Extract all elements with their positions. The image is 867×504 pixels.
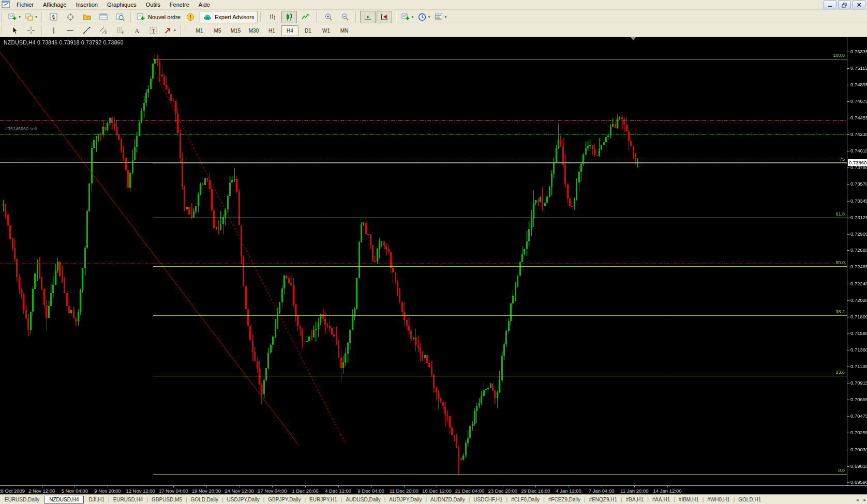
- market-watch-button[interactable]: [46, 11, 62, 23]
- fib-level-label: 61.8: [835, 211, 845, 217]
- price-tick: [847, 85, 849, 85]
- alert-button[interactable]: [183, 11, 199, 23]
- chart-tab-eurjpy-h1[interactable]: EURJPY,H1: [306, 496, 341, 503]
- timeframe-d1[interactable]: D1: [300, 25, 317, 36]
- timeframe-h4[interactable]: H4: [281, 25, 298, 36]
- indicators-button[interactable]: ▾: [399, 11, 415, 23]
- chartshift-icon: [380, 13, 389, 21]
- expert-advisors-button[interactable]: Expert Advisors: [200, 11, 258, 23]
- menu-item-aide[interactable]: Aide: [194, 1, 215, 8]
- periods-button[interactable]: ▾: [416, 11, 431, 23]
- chart-tab--ba-h1[interactable]: #BA,H1: [622, 496, 647, 503]
- zoom-in-button[interactable]: [321, 11, 336, 23]
- menu-item-fenetre[interactable]: Fenetre: [165, 1, 194, 8]
- timeframe-m5[interactable]: M5: [209, 25, 226, 36]
- crosshair-button[interactable]: [23, 25, 39, 36]
- toolbar-separator: [316, 12, 318, 22]
- chart-tab-usdchf-h1[interactable]: USDCHF,H1: [470, 496, 506, 503]
- chart-tab-dji-h1[interactable]: DJI,H1: [85, 496, 108, 503]
- restore-button[interactable]: [838, 1, 851, 9]
- arrows-button[interactable]: ▾: [162, 25, 177, 36]
- terminal-button[interactable]: [96, 11, 111, 23]
- timeframe-m30[interactable]: M30: [245, 25, 262, 36]
- templates-button[interactable]: ▾: [432, 11, 448, 23]
- chart-tab-usdjpy-daily[interactable]: USDJPY,Daily: [223, 496, 263, 503]
- chart-tab-nzdusd-h4[interactable]: NZDUSD,H4: [44, 496, 84, 503]
- trendline-button[interactable]: [79, 25, 95, 36]
- candlestick-mode-button[interactable]: [281, 11, 297, 23]
- price-axis-label: 0.69590: [850, 479, 867, 485]
- chart-shift-button[interactable]: [377, 11, 392, 23]
- bar-chart-mode-button[interactable]: [265, 11, 280, 23]
- chart-tab--fcez9-daily[interactable]: #FCEZ9,Daily: [545, 496, 584, 503]
- strategy-tester-button[interactable]: [112, 11, 128, 23]
- price-tick: [847, 383, 849, 384]
- chart-tab-audnzd-daily[interactable]: AUDNZD,Daily: [427, 496, 469, 503]
- navigator-button[interactable]: [79, 11, 95, 23]
- timeframe-m15[interactable]: M15: [227, 25, 244, 36]
- chart-tab--enqz9-h1[interactable]: #ENQZ9,H1: [586, 496, 621, 503]
- price-tick: [847, 400, 849, 400]
- auto-scroll-button[interactable]: [360, 11, 376, 23]
- toolbar-grip: [2, 26, 5, 35]
- time-tick: [437, 486, 437, 487]
- text-label-button[interactable]: A: [129, 25, 144, 36]
- chart-tab-gbpjpy-daily[interactable]: GBPJPY,Daily: [264, 496, 304, 503]
- timeframe-mn[interactable]: MN: [336, 25, 353, 36]
- text-box-button[interactable]: T: [145, 25, 161, 36]
- time-tick: [141, 486, 141, 487]
- candlestick-plot[interactable]: [0, 37, 847, 486]
- menu-item-affichage[interactable]: Affichage: [38, 1, 71, 8]
- new-chart-button[interactable]: ▾: [7, 11, 22, 23]
- equidistant-channel-button[interactable]: E: [96, 25, 111, 36]
- time-axis[interactable]: 28 Oct 20092 Nov 12:005 Nov 04:009 Nov 2…: [0, 485, 867, 495]
- timeframe-h1[interactable]: H1: [263, 25, 280, 36]
- chart-tab--ibm-h1[interactable]: #IBM,H1: [675, 496, 702, 503]
- price-axis[interactable]: 0.753350.751150.748950.746750.744550.742…: [847, 37, 867, 486]
- price-axis-label: 0.75335: [850, 49, 867, 54]
- time-axis-label: 7 Jan 04:00: [589, 488, 615, 494]
- menu-item-insertion[interactable]: Insertion: [71, 1, 102, 8]
- time-tick: [206, 486, 207, 487]
- timeframe-m1[interactable]: M1: [191, 25, 208, 36]
- cursor-button[interactable]: [7, 25, 22, 36]
- profiles-button[interactable]: ▾: [23, 11, 39, 23]
- chart-tab-eurusd-daily[interactable]: EURUSD,Daily: [1, 496, 43, 503]
- chart-tab-audusd-daily[interactable]: AUDUSD,Daily: [342, 496, 384, 503]
- fibonacci-button[interactable]: F: [112, 25, 128, 36]
- line-chart-mode-button[interactable]: [298, 11, 313, 23]
- price-axis-label: 0.74455: [850, 115, 867, 120]
- zoom-out-button[interactable]: [337, 11, 353, 23]
- price-tick: [847, 218, 849, 218]
- bars-icon: [268, 13, 277, 21]
- time-tick: [371, 486, 371, 487]
- data-window-button[interactable]: [63, 11, 78, 23]
- price-axis-label: 0.74895: [850, 82, 867, 87]
- chart-tab-eurusd-h4[interactable]: EURUSD,H4: [110, 496, 147, 503]
- minimize-button[interactable]: [824, 1, 836, 9]
- chart-tab-audjpy-daily[interactable]: AUDJPY,Daily: [385, 496, 425, 503]
- menu-item-outils[interactable]: Outils: [141, 1, 165, 8]
- chart-tab-gold-h1[interactable]: GOLD,H1: [735, 496, 765, 503]
- new-order-button[interactable]: Nouvel ordre: [135, 11, 182, 23]
- time-axis-label: 4 Dec 12:00: [325, 488, 351, 494]
- menu-item-graphiques[interactable]: Graphiques: [102, 1, 141, 8]
- chart-tab--wh0-h1[interactable]: #WH0,H1: [704, 496, 733, 503]
- horizontal-line-button[interactable]: [63, 25, 78, 36]
- chart-tab--clf0-daily[interactable]: #CLF0,Daily: [507, 496, 543, 503]
- chart-tab-gbpusd-m5[interactable]: GBPUSD,M5: [148, 496, 186, 503]
- close-button[interactable]: [853, 1, 865, 9]
- price-axis-label: 0.74675: [850, 98, 867, 104]
- fib-level-label: 0.0: [838, 468, 845, 473]
- menu-item-fichier[interactable]: Fichier: [12, 1, 38, 8]
- tab-scroll-left-icon[interactable]: ◂: [856, 497, 859, 502]
- vertical-line-button[interactable]: [46, 25, 62, 36]
- cursor-icon: [10, 26, 19, 35]
- chart-tab--aa-h1[interactable]: #AA,H1: [649, 496, 674, 503]
- tab-scroll-right-icon[interactable]: ▸: [863, 497, 866, 502]
- time-tick: [338, 486, 339, 487]
- time-tick: [470, 486, 470, 487]
- toolbar-separator: [355, 12, 357, 22]
- chart-tab-gold-daily[interactable]: GOLD,Daily: [187, 496, 222, 503]
- timeframe-w1[interactable]: W1: [318, 25, 335, 36]
